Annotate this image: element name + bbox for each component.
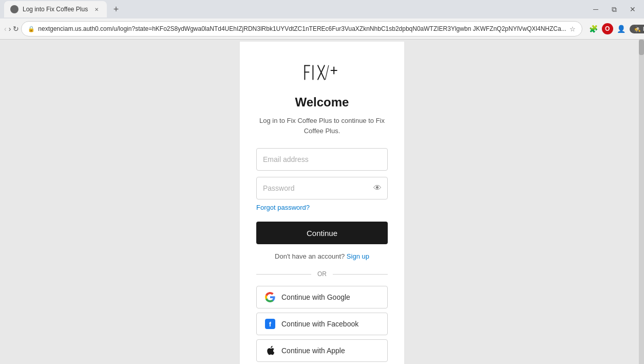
facebook-button-label: Continue with Facebook [281,320,358,328]
google-icon [265,292,275,302]
brand-logo [301,62,343,83]
divider: OR [256,270,388,278]
password-input[interactable] [256,177,388,199]
tab-close-button[interactable]: ✕ [92,5,101,13]
scrollbar[interactable] [639,40,644,364]
maximize-button[interactable]: ⧉ [607,2,621,16]
scrollbar-thumb[interactable] [639,40,644,55]
google-signin-button[interactable]: Continue with Google [256,286,388,308]
subtitle: Log in to Fix Coffee Plus to continue to… [256,116,388,136]
forward-button[interactable]: › [9,22,11,36]
bookmark-icon[interactable]: ☆ [570,25,576,33]
divider-text: OR [317,270,327,278]
divider-line-left [256,274,311,275]
address-bar[interactable]: 🔒 nextgenciam.us.auth0.com/u/login?state… [21,21,582,37]
apple-button-label: Continue with Apple [281,347,345,355]
facebook-signin-button[interactable]: f Continue with Facebook [256,313,388,335]
sign-up-link[interactable]: Sign up [347,252,369,260]
incognito-badge: 🕵 Incognito [630,25,644,33]
page-content: Welcome Log in to Fix Coffee Plus to con… [0,40,644,364]
email-form-group [256,148,388,171]
apple-signin-button[interactable]: Continue with Apple [256,339,388,362]
new-tab-button[interactable]: + [109,2,123,16]
divider-line-right [333,274,388,275]
continue-button[interactable]: Continue [256,222,388,244]
login-card: Welcome Log in to Fix Coffee Plus to con… [240,42,404,364]
opera-icon[interactable]: O [602,23,613,34]
address-text: nextgenciam.us.auth0.com/u/login?state=h… [38,25,566,32]
nav-right-controls: 🧩 O 👤 🕵 Incognito ⋮ [586,22,644,36]
show-password-icon[interactable]: 👁 [373,184,382,193]
password-form-group: 👁 [256,177,388,199]
profile-icon[interactable]: 👤 [614,22,629,36]
apple-icon [265,345,275,356]
browser-chrome: Log into Fix Coffee Plus ✕ + ─ ⧉ ✕ ‹ › ↻… [0,0,644,40]
logo-container [256,62,388,83]
minimize-button[interactable]: ─ [589,2,603,16]
email-input[interactable] [256,148,388,171]
tab-title: Log into Fix Coffee Plus [23,6,88,13]
extensions-icon[interactable]: 🧩 [586,22,601,36]
lock-icon: 🔒 [28,26,35,32]
close-window-button[interactable]: ✕ [626,2,640,16]
window-controls: ─ ⧉ ✕ [589,2,640,16]
svg-line-6 [325,65,328,79]
incognito-icon: 🕵 [634,26,641,32]
browser-tab[interactable]: Log into Fix Coffee Plus ✕ [4,1,107,17]
back-button[interactable]: ‹ [4,22,7,36]
nav-bar: ‹ › ↻ 🔒 nextgenciam.us.auth0.com/u/login… [0,19,644,39]
facebook-icon: f [265,319,275,329]
title-bar: Log into Fix Coffee Plus ✕ + ─ ⧉ ✕ [0,0,644,19]
google-button-label: Continue with Google [281,293,350,301]
forgot-password-link[interactable]: Forgot password? [256,204,388,211]
no-account-text: Don't have an account? [275,252,345,260]
refresh-button[interactable]: ↻ [13,22,19,36]
welcome-title: Welcome [256,95,388,110]
tab-favicon [10,5,18,13]
signup-row: Don't have an account? Sign up [256,252,388,260]
